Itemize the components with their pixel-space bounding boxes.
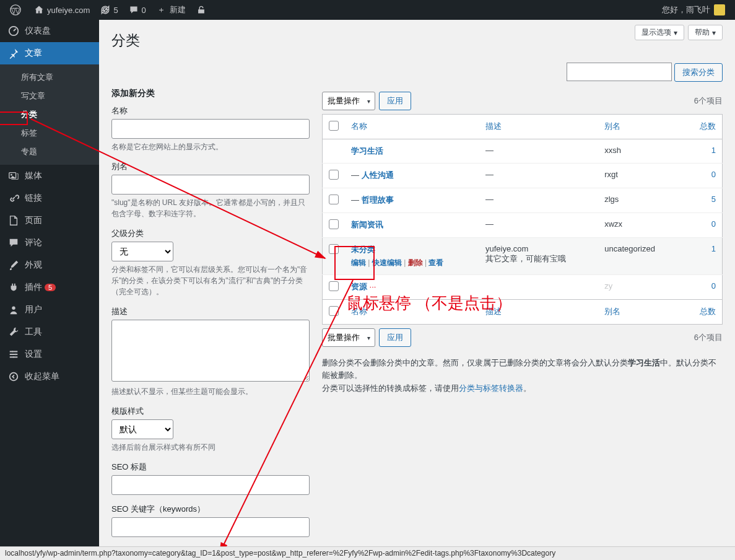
- updates-count: 5: [113, 6, 118, 15]
- col-desc-foot[interactable]: 描述: [479, 299, 598, 324]
- row-desc: —: [479, 163, 598, 188]
- row-name-link[interactable]: 哲理故事: [362, 195, 394, 204]
- wp-logo[interactable]: [5, 0, 28, 20]
- svg-point-3: [11, 174, 12, 176]
- submenu-categories[interactable]: 分类: [0, 105, 99, 124]
- table-row: 未分类编辑 | 快速编辑 | 删除 | 查看 yufeiye.com其它文章，可…: [323, 237, 723, 274]
- desc-input[interactable]: [111, 320, 310, 382]
- admin-sidebar: 仪表盘 文章 所有文章 写文章 分类 标签 专题 媒体 链接 页面 评论 外观 …: [0, 20, 99, 560]
- seo-title-label: SEO 标题: [111, 462, 310, 473]
- row-slug: xwzx: [598, 212, 679, 237]
- row-edit[interactable]: 编辑: [351, 258, 366, 267]
- converter-link[interactable]: 分类与标签转换器: [459, 383, 523, 393]
- svg-point-4: [12, 307, 15, 310]
- table-row: 新闻资讯 — xwzx 0: [323, 212, 723, 237]
- row-checkbox[interactable]: [329, 281, 339, 291]
- submenu-new-post[interactable]: 写文章: [0, 87, 99, 105]
- row-count[interactable]: 0: [711, 219, 716, 229]
- form-heading: 添加新分类: [111, 88, 310, 99]
- search-input[interactable]: [567, 63, 672, 81]
- pin-icon: [7, 47, 20, 59]
- bulk-action-select-bottom[interactable]: 批量操作: [322, 328, 375, 347]
- select-all-top[interactable]: [329, 121, 339, 131]
- row-delete[interactable]: 删除: [408, 258, 423, 267]
- row-checkbox[interactable]: [329, 244, 339, 254]
- parent-select[interactable]: 无: [111, 242, 173, 261]
- col-slug[interactable]: 别名: [598, 114, 679, 139]
- parent-label: 父级分类: [111, 228, 310, 239]
- row-count[interactable]: 0: [711, 281, 716, 291]
- seo-keywords-input[interactable]: [111, 517, 310, 537]
- svg-point-7: [13, 356, 15, 358]
- comments-icon: [7, 237, 20, 249]
- menu-media[interactable]: 媒体: [0, 165, 99, 187]
- site-link[interactable]: yufeiye.com: [28, 0, 95, 20]
- submenu-all-posts[interactable]: 所有文章: [0, 68, 99, 87]
- template-select[interactable]: 默认: [111, 419, 173, 439]
- col-name[interactable]: 名称: [345, 114, 479, 139]
- col-count-foot[interactable]: 总数: [679, 299, 723, 324]
- search-button[interactable]: 搜索分类: [674, 63, 723, 82]
- menu-pages[interactable]: 页面: [0, 209, 99, 232]
- menu-users[interactable]: 用户: [0, 299, 99, 321]
- row-slug: rxgt: [598, 163, 679, 188]
- row-quick-edit[interactable]: 快速编辑: [372, 258, 402, 267]
- row-count[interactable]: 5: [711, 195, 716, 204]
- row-name-link[interactable]: 学习生活: [351, 146, 383, 155]
- row-slug: uncategorized: [598, 237, 679, 274]
- lock-link[interactable]: [191, 0, 214, 20]
- comments-link[interactable]: 0: [123, 0, 151, 20]
- user-greeting[interactable]: 您好，雨飞叶: [657, 0, 730, 20]
- row-slug: xxsh: [598, 139, 679, 163]
- screen-options-tab[interactable]: 显示选项 ▾: [635, 25, 684, 40]
- select-all-bottom[interactable]: [329, 306, 339, 316]
- bulk-action-select-top[interactable]: 批量操作: [322, 92, 375, 110]
- row-checkbox[interactable]: [329, 195, 339, 204]
- row-name-link[interactable]: 新闻资讯: [351, 220, 383, 229]
- menu-appearance[interactable]: 外观: [0, 254, 99, 276]
- menu-tools[interactable]: 工具: [0, 321, 99, 343]
- chevron-down-icon: ▾: [712, 28, 716, 37]
- row-count[interactable]: 1: [711, 146, 716, 155]
- apply-button-bottom[interactable]: 应用: [379, 328, 411, 347]
- updates-link[interactable]: 5: [95, 0, 123, 20]
- row-checkbox[interactable]: [329, 219, 339, 229]
- row-count[interactable]: 1: [711, 244, 716, 253]
- media-icon: [7, 170, 20, 182]
- submenu-topics[interactable]: 专题: [0, 142, 99, 161]
- submenu-tags[interactable]: 标签: [0, 124, 99, 142]
- row-name-link[interactable]: 人性沟通: [362, 170, 394, 180]
- new-link[interactable]: ＋新建: [151, 0, 191, 20]
- col-slug-foot[interactable]: 别名: [598, 299, 679, 324]
- row-count[interactable]: 0: [711, 170, 716, 179]
- menu-comments[interactable]: 评论: [0, 232, 99, 254]
- plus-icon: ＋: [156, 4, 167, 15]
- menu-posts[interactable]: 文章: [0, 42, 99, 64]
- row-checkbox[interactable]: [329, 170, 339, 180]
- col-count[interactable]: 总数: [679, 114, 723, 139]
- row-name-link[interactable]: 未分类: [351, 245, 375, 254]
- user-icon: [7, 304, 20, 316]
- menu-links[interactable]: 链接: [0, 187, 99, 209]
- apply-button-top[interactable]: 应用: [379, 92, 411, 110]
- menu-plugins[interactable]: 插件5: [0, 276, 99, 299]
- name-input[interactable]: [111, 119, 310, 139]
- row-desc: [479, 274, 598, 299]
- help-tab[interactable]: 帮助 ▾: [688, 25, 723, 40]
- sliders-icon: [7, 348, 20, 361]
- col-desc[interactable]: 描述: [479, 114, 598, 139]
- seo-title-input[interactable]: [111, 475, 310, 495]
- row-slug: zlgs: [598, 188, 679, 212]
- page-icon: [7, 214, 20, 227]
- table-row: — 人性沟通 — rxgt 0: [323, 163, 723, 188]
- name-label: 名称: [111, 105, 310, 116]
- menu-collapse[interactable]: 收起菜单: [0, 365, 99, 388]
- item-count-top: 6个项目: [694, 95, 723, 107]
- slug-input[interactable]: [111, 175, 310, 195]
- col-name-foot[interactable]: 名称: [345, 299, 479, 324]
- name-desc: 名称是它在您网站上的显示方式。: [111, 141, 310, 152]
- menu-settings[interactable]: 设置: [0, 343, 99, 365]
- menu-dashboard[interactable]: 仪表盘: [0, 20, 99, 42]
- chevron-down-icon: ▾: [674, 28, 677, 37]
- row-view[interactable]: 查看: [428, 258, 443, 267]
